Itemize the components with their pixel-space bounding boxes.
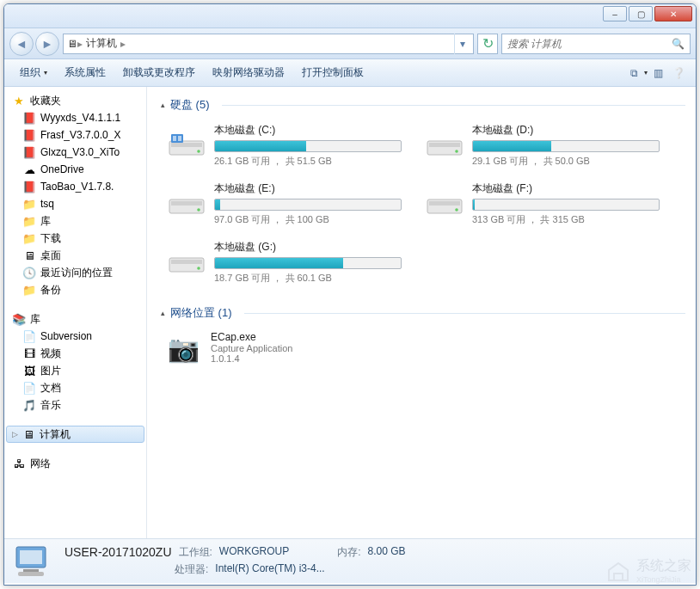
cpu-label: 处理器: [175, 562, 208, 577]
netloc-desc: Capture Application [211, 343, 292, 353]
search-icon[interactable]: 🔍 [672, 38, 685, 50]
sidebar-item[interactable]: 🖼图片 [6, 362, 144, 379]
sidebar-item[interactable]: 🎞视频 [6, 345, 144, 362]
sidebar-item[interactable]: 📁下载 [6, 230, 144, 247]
sidebar-network[interactable]: 🖧 网络 [6, 455, 144, 472]
group-header-network[interactable]: ▴ 网络位置 (1) [157, 302, 685, 328]
crumb-sep-icon[interactable]: ▸ [120, 38, 126, 50]
item-icon: 🎵 [21, 398, 37, 412]
svg-point-12 [455, 208, 458, 212]
collapse-icon: ▴ [161, 309, 165, 317]
expand-icon[interactable]: ▷ [12, 430, 21, 439]
camera-icon: 📷 [164, 331, 202, 365]
sidebar-computer-group: ▷ 🖥 计算机 [6, 426, 144, 443]
drive-stats: 97.0 GB 可用 ， 共 100 GB [214, 213, 402, 226]
uninstall-button[interactable]: 卸载或更改程序 [114, 62, 204, 83]
svg-point-15 [197, 267, 200, 270]
item-icon: 📁 [21, 231, 37, 245]
organize-label: 组织 [20, 65, 40, 80]
sidebar-item-label: 库 [40, 214, 51, 229]
item-icon: ☁ [21, 163, 37, 176]
sidebar-libraries-group: 📚 库 📄Subversion🎞视频🖼图片📄文档🎵音乐 [6, 310, 144, 414]
item-icon: 📄 [21, 381, 37, 395]
sidebar-item-label: TaoBao_V1.7.8. [40, 181, 114, 193]
computer-icon [13, 543, 54, 580]
sidebar-item-label: Wyyxds_V4.1.1.1 [40, 112, 120, 124]
refresh-button[interactable]: ↻ [477, 34, 498, 54]
explorer-window: – ▢ ✕ ◄ ► 🖥 ▸ 计算机 ▸ ▾ ↻ 🔍 组织 ▾ 系统属性 卸载或更… [3, 3, 697, 586]
drive-name: 本地磁盘 (F:) [472, 181, 660, 196]
drive-stats: 18.7 GB 可用 ， 共 60.1 GB [214, 272, 402, 285]
sidebar-item-label: 下载 [40, 231, 61, 246]
svg-rect-11 [429, 201, 460, 206]
sidebar-item-label: 计算机 [40, 427, 71, 442]
statusbar: USER-20171020ZU 工作组: WORKGROUP 内存: 8.00 … [4, 538, 696, 583]
svg-rect-5 [429, 143, 460, 147]
item-icon: 📕 [21, 128, 37, 142]
map-network-drive-button[interactable]: 映射网络驱动器 [204, 62, 293, 83]
sidebar-item-label: 收藏夹 [30, 94, 61, 108]
drive-item[interactable]: 本地磁盘 (F:) 313 GB 可用 ， 共 315 GB [422, 178, 663, 230]
system-properties-button[interactable]: 系统属性 [56, 62, 114, 83]
sidebar-item[interactable]: 📄Subversion [6, 328, 144, 345]
minimize-button[interactable]: – [603, 6, 627, 21]
forward-button[interactable]: ► [35, 32, 59, 56]
sidebar: ★ 收藏夹 📕Wyyxds_V4.1.1.1📕Frasf_V3.7.0.0_X📕… [4, 87, 147, 538]
preview-pane-icon[interactable]: ▥ [648, 63, 668, 83]
drive-stats: 26.1 GB 可用 ， 共 51.5 GB [214, 155, 402, 168]
back-button[interactable]: ◄ [9, 32, 34, 56]
drive-item[interactable]: 本地磁盘 (C:) 26.1 GB 可用 ， 共 51.5 GB [164, 120, 405, 171]
drive-icon [168, 188, 206, 219]
netloc-version: 1.0.1.4 [211, 353, 292, 364]
drive-usage-bar [472, 199, 660, 211]
search-box[interactable]: 🔍 [501, 34, 691, 54]
sidebar-item[interactable]: 🎵音乐 [6, 396, 144, 414]
network-location-item[interactable]: 📷 ECap.exe Capture Application 1.0.1.4 [157, 328, 685, 369]
body-area: ★ 收藏夹 📕Wyyxds_V4.1.1.1📕Frasf_V3.7.0.0_X📕… [4, 87, 696, 538]
sidebar-item[interactable]: ☁OneDrive [6, 161, 144, 178]
item-icon: 🖥 [21, 248, 37, 262]
sidebar-item[interactable]: 📁tsq [6, 195, 144, 212]
item-icon: 📁 [21, 283, 37, 297]
control-panel-button[interactable]: 打开控制面板 [293, 62, 372, 83]
drive-item[interactable]: 本地磁盘 (G:) 18.7 GB 可用 ， 共 60.1 GB [164, 236, 405, 288]
sidebar-item[interactable]: 📁备份 [6, 281, 144, 298]
sidebar-item[interactable]: 📕TaoBao_V1.7.8. [6, 178, 144, 195]
view-options-icon[interactable]: ⧉ [623, 63, 644, 83]
svg-rect-8 [171, 201, 202, 206]
breadcrumb-computer[interactable]: 计算机 [83, 36, 120, 51]
item-icon: 📕 [21, 145, 37, 159]
drive-item[interactable]: 本地磁盘 (E:) 97.0 GB 可用 ， 共 100 GB [164, 178, 405, 230]
svg-rect-19 [18, 572, 44, 576]
toolbar: 组织 ▾ 系统属性 卸载或更改程序 映射网络驱动器 打开控制面板 ⧉ ▾ ▥ ❔ [4, 59, 696, 87]
drive-item[interactable]: 本地磁盘 (D:) 29.1 GB 可用 ， 共 50.0 GB [422, 120, 663, 171]
sidebar-libraries-header[interactable]: 📚 库 [6, 310, 144, 328]
address-dropdown[interactable]: ▾ [454, 34, 470, 54]
sidebar-item[interactable]: 📕Frasf_V3.7.0.0_X [6, 126, 144, 144]
maximize-button[interactable]: ▢ [629, 6, 653, 21]
sidebar-item[interactable]: 📕Glxzq_V3.0_XiTo [6, 144, 144, 161]
item-icon: 📄 [21, 329, 37, 343]
sidebar-item[interactable]: 📕Wyyxds_V4.1.1.1 [6, 109, 144, 126]
sidebar-item[interactable]: 🕓最近访问的位置 [6, 264, 144, 281]
sidebar-item[interactable]: 📁库 [6, 212, 144, 230]
address-bar[interactable]: 🖥 ▸ 计算机 ▸ ▾ [63, 34, 474, 54]
drive-name: 本地磁盘 (G:) [214, 240, 402, 255]
sidebar-item[interactable]: 🖥桌面 [6, 247, 144, 264]
computer-icon: 🖥 [67, 38, 77, 50]
sidebar-favorites-header[interactable]: ★ 收藏夹 [6, 92, 144, 109]
drive-stats: 313 GB 可用 ， 共 315 GB [472, 213, 660, 226]
star-icon: ★ [11, 94, 27, 107]
group-header-disks[interactable]: ▴ 硬盘 (5) [157, 94, 685, 120]
organize-button[interactable]: 组织 ▾ [11, 62, 56, 83]
drive-icon [168, 130, 206, 161]
sidebar-network-group: 🖧 网络 [6, 455, 144, 472]
drive-usage-bar [214, 140, 402, 152]
search-input[interactable] [507, 38, 672, 50]
svg-rect-17 [20, 550, 42, 564]
chevron-down-icon: ▾ [44, 69, 47, 77]
sidebar-computer[interactable]: ▷ 🖥 计算机 [6, 426, 144, 443]
help-icon[interactable]: ❔ [668, 63, 689, 83]
close-button[interactable]: ✕ [654, 6, 692, 21]
sidebar-item[interactable]: 📄文档 [6, 379, 144, 396]
